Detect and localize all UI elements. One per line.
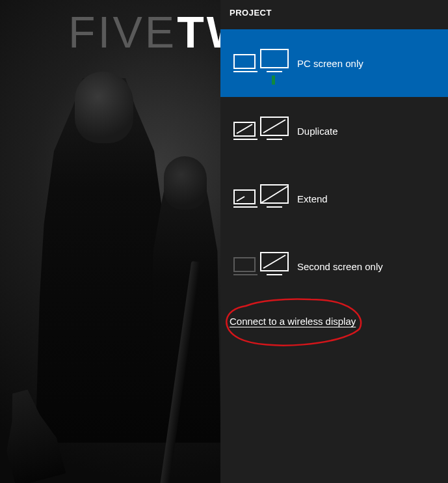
connect-wireless-display-link[interactable]: Connect to a wireless display bbox=[230, 316, 356, 327]
svg-rect-5 bbox=[234, 258, 255, 271]
project-panel: PROJECT PC screen only bbox=[220, 0, 448, 483]
option-label: Second screen only bbox=[297, 261, 383, 272]
option-label: Duplicate bbox=[297, 126, 338, 137]
panel-title: PROJECT bbox=[220, 0, 448, 23]
option-duplicate[interactable]: Duplicate bbox=[220, 97, 448, 165]
second-screen-only-icon bbox=[232, 252, 291, 281]
svg-rect-1 bbox=[261, 49, 288, 68]
option-label: Extend bbox=[297, 193, 328, 204]
option-extend[interactable]: Extend bbox=[220, 165, 448, 232]
pc-screen-only-icon bbox=[232, 49, 291, 77]
svg-rect-0 bbox=[234, 55, 255, 68]
selected-indicator bbox=[272, 76, 275, 85]
wallpaper-art bbox=[13, 78, 221, 469]
option-label: PC screen only bbox=[297, 58, 363, 69]
option-second-screen-only[interactable]: Second screen only bbox=[220, 232, 448, 300]
option-pc-screen-only[interactable]: PC screen only bbox=[220, 29, 448, 97]
duplicate-icon bbox=[232, 117, 291, 145]
extend-icon bbox=[232, 184, 291, 213]
project-options-list: PC screen only Duplicate bbox=[220, 29, 448, 300]
